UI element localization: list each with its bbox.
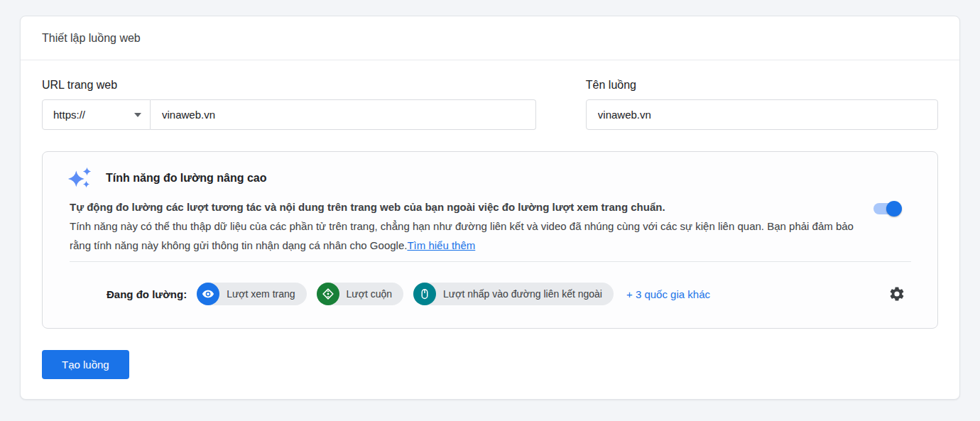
protocol-value: https:// <box>53 109 85 121</box>
description-bold-line: Tự động đo lường các lượt tương tác và n… <box>70 197 856 217</box>
chip-label: Lượt nhấp vào đường liên kết ngoài <box>443 288 602 300</box>
chip-label: Lượt cuộn <box>347 288 392 300</box>
more-items-link[interactable]: + 3 quốc gia khác <box>626 288 710 300</box>
protocol-select[interactable]: https:// <box>42 99 151 130</box>
toggle-thumb <box>886 201 902 217</box>
panel-divider <box>70 261 911 262</box>
enhanced-measurement-header: Tính năng đo lường nâng cao <box>43 152 937 192</box>
learn-more-link[interactable]: Tìm hiểu thêm <box>407 239 475 251</box>
card-header: Thiết lập luồng web <box>21 16 959 60</box>
scroll-icon <box>317 283 339 305</box>
chip-page-views: Lượt xem trang <box>197 283 306 305</box>
website-url-input[interactable] <box>151 99 536 130</box>
mouse-icon <box>413 283 436 305</box>
description-body: Tính năng này có thể thu thập dữ liệu củ… <box>70 217 856 255</box>
web-stream-setup-card: Thiết lập luồng web URL trang web https:… <box>20 16 960 400</box>
enhanced-measurement-panel: Tính năng đo lường nâng cao Tự động đo l… <box>42 151 938 329</box>
stream-name-label: Tên luồng <box>586 79 938 92</box>
chip-outbound-clicks: Lượt nhấp vào đường liên kết ngoài <box>413 283 614 305</box>
enhanced-measurement-toggle[interactable] <box>873 200 902 217</box>
enhanced-measurement-title: Tính năng đo lường nâng cao <box>106 172 267 185</box>
page-title: Thiết lập luồng web <box>42 32 141 45</box>
create-stream-button[interactable]: Tạo luồng <box>42 350 129 379</box>
chevron-down-icon <box>134 113 141 117</box>
eye-icon <box>197 283 219 305</box>
chip-scrolls: Lượt cuộn <box>317 283 403 305</box>
stream-form-row: URL trang web https:// Tên luồng <box>21 60 959 130</box>
stream-name-input[interactable] <box>586 99 938 130</box>
url-label: URL trang web <box>42 79 536 92</box>
enhanced-measurement-description: Tự động đo lường các lượt tương tác và n… <box>43 192 937 255</box>
sparkle-icon <box>67 165 94 192</box>
measuring-label: Đang đo lường: <box>107 288 187 300</box>
gear-icon[interactable] <box>888 285 906 303</box>
chip-label: Lượt xem trang <box>227 288 295 300</box>
measuring-row: Đang đo lường: Lượt xem trang <box>107 283 906 305</box>
